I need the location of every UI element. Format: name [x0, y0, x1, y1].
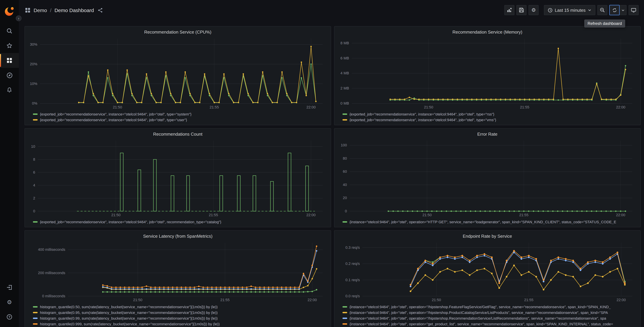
- legend-item[interactable]: histogram_quantile(0.95, sum(rate(latenc…: [33, 310, 326, 315]
- panel-title[interactable]: Error Rate: [338, 130, 637, 138]
- sidebar-menu: [0, 24, 19, 97]
- svg-text:0: 0: [33, 209, 35, 213]
- legend-item[interactable]: {exported_job="recommendationservice", i…: [33, 117, 326, 122]
- service-latency-chart[interactable]: 21:5021:5522:000 milliseconds200 millise…: [28, 240, 327, 303]
- legend-item[interactable]: {instance="otelcol:9464", job="otel", op…: [342, 304, 636, 310]
- svg-text:21:50: 21:50: [424, 105, 433, 109]
- series-swatch: [33, 119, 38, 120]
- svg-text:21:50: 21:50: [111, 213, 120, 217]
- endpoint-rate-chart[interactable]: 21:5021:5522:000.0 req/s0.1 req/s0.2 req…: [338, 240, 637, 303]
- svg-text:21:55: 21:55: [209, 213, 218, 217]
- chevron-right-icon: ›: [18, 16, 19, 20]
- refresh-interval-dropdown[interactable]: [619, 5, 626, 15]
- svg-text:0 MB: 0 MB: [340, 101, 349, 106]
- legend-item[interactable]: {instance="otelcol:9464", job="otel", op…: [342, 315, 636, 321]
- legend-item[interactable]: {exported_job="recommendationservice", i…: [342, 111, 636, 117]
- series-label: {instance="otelcol:9464", job="otel", op…: [350, 220, 616, 224]
- panel-title[interactable]: Endpoint Rate by Service: [338, 232, 637, 240]
- refresh-dashboard-button[interactable]: [610, 5, 620, 15]
- svg-text:20%: 20%: [30, 62, 37, 66]
- legend: {exported_job="recommendationservice", i…: [28, 218, 327, 225]
- svg-text:2: 2: [33, 196, 35, 200]
- svg-text:60: 60: [343, 170, 347, 174]
- svg-text:21:50: 21:50: [422, 213, 432, 217]
- series-swatch: [33, 221, 38, 222]
- time-range-label: Last 15 minutes: [555, 8, 586, 12]
- refresh-tooltip: Refresh dashboard: [584, 20, 625, 28]
- cpu-chart[interactable]: 21:5021:5522:000%10%20%30%: [28, 36, 327, 110]
- svg-text:21:50: 21:50: [133, 298, 142, 302]
- svg-text:0.0 req/s: 0.0 req/s: [346, 294, 360, 298]
- series-swatch: [342, 306, 347, 307]
- legend-item[interactable]: {exported_job="recommendationservice", i…: [33, 219, 326, 224]
- legend-item[interactable]: histogram_quantile(0.999, sum(rate(laten…: [33, 321, 326, 327]
- series-swatch: [33, 312, 38, 313]
- panel-title[interactable]: Recommendation Service (Memory): [338, 28, 637, 36]
- svg-text:22:00: 22:00: [306, 213, 316, 217]
- panel-memory: Recommendation Service (Memory) 21:5021:…: [334, 26, 641, 125]
- memory-chart[interactable]: 21:5021:5522:000 MB2 MB4 MB6 MB8 MB: [338, 36, 637, 110]
- svg-text:30%: 30%: [30, 42, 37, 46]
- svg-text:21:50: 21:50: [432, 298, 441, 302]
- series-label: histogram_quantile(0.999, sum(rate(laten…: [40, 322, 220, 326]
- svg-text:100: 100: [341, 143, 347, 147]
- sidebar-item-help[interactable]: ?: [0, 310, 19, 324]
- sidebar-item-signin[interactable]: [0, 280, 19, 295]
- legend-item[interactable]: {instance="otelcol:9464", job="otel", op…: [342, 321, 636, 327]
- panel-cpu: Recommendation Service (CPU%) 21:5021:55…: [24, 26, 331, 125]
- legend-item[interactable]: {exported_job="recommendationservice", i…: [342, 117, 636, 122]
- svg-text:?: ?: [8, 315, 10, 319]
- svg-text:0.3 req/s: 0.3 req/s: [346, 246, 360, 250]
- series-label: {instance="otelcol:9464", job="otel", op…: [350, 316, 606, 320]
- grafana-app: ⚙ ? › Demo / Demo Dashboard: [0, 0, 644, 327]
- breadcrumb-dashboard-title[interactable]: Demo Dashboard: [54, 7, 94, 13]
- series-label: histogram_quantile(0.50, sum(rate(latenc…: [40, 305, 218, 309]
- legend-item[interactable]: {instance="otelcol:9464", job="otel", op…: [342, 310, 636, 315]
- sidebar-item-dashboards[interactable]: [0, 53, 19, 68]
- series-swatch: [342, 323, 347, 324]
- recommendations-count-chart[interactable]: 21:5021:5522:000246810: [28, 138, 327, 218]
- share-dashboard-button[interactable]: [98, 8, 103, 12]
- legend-item[interactable]: {exported_job="recommendationservice", i…: [33, 111, 326, 117]
- panel-title[interactable]: Recommendation Service (CPU%): [28, 28, 327, 36]
- add-panel-icon: [507, 8, 512, 13]
- error-rate-chart[interactable]: 21:5021:5522:00020406080100: [338, 138, 637, 218]
- legend: {exported_job="recommendationservice", i…: [28, 110, 327, 123]
- panel-title[interactable]: Service Latency (from SpanMetrics): [28, 232, 327, 240]
- panel-service-latency: Service Latency (from SpanMetrics) 21:50…: [24, 230, 331, 327]
- legend-item[interactable]: {instance="otelcol:9464", job="otel", op…: [342, 219, 636, 224]
- panel-endpoint-rate: Endpoint Rate by Service 21:5021:5522:00…: [334, 230, 641, 327]
- sidebar: ⚙ ?: [0, 0, 19, 327]
- zoom-out-time-button[interactable]: [597, 5, 608, 15]
- breadcrumb-folder[interactable]: Demo: [34, 7, 47, 13]
- svg-text:200 milliseconds: 200 milliseconds: [38, 271, 65, 275]
- help-icon: ?: [6, 314, 12, 320]
- svg-text:22:00: 22:00: [616, 105, 625, 109]
- sidebar-item-search[interactable]: [0, 24, 19, 38]
- grafana-logo[interactable]: [0, 3, 19, 19]
- series-swatch: [342, 318, 347, 319]
- panel-title[interactable]: Recommendations Count: [28, 130, 327, 138]
- dashboards-icon: [6, 58, 12, 64]
- svg-text:4 MB: 4 MB: [340, 71, 349, 75]
- svg-text:21:50: 21:50: [113, 105, 122, 109]
- dashboard-settings-button[interactable]: ⚙: [528, 5, 538, 15]
- legend: {exported_job="recommendationservice", i…: [338, 110, 637, 123]
- gear-icon: ⚙: [531, 8, 536, 12]
- cycle-view-mode-button[interactable]: [628, 5, 639, 15]
- svg-text:8 MB: 8 MB: [340, 41, 349, 45]
- series-swatch: [33, 113, 38, 115]
- svg-text:22:00: 22:00: [306, 105, 316, 109]
- sidebar-item-explore[interactable]: [0, 68, 19, 82]
- legend-item[interactable]: histogram_quantile(0.99, sum(rate(latenc…: [33, 315, 326, 321]
- sidebar-item-settings[interactable]: ⚙: [0, 295, 19, 310]
- legend-item[interactable]: histogram_quantile(0.50, sum(rate(latenc…: [33, 304, 326, 310]
- save-dashboard-button[interactable]: [516, 5, 526, 15]
- sidebar-item-alerting[interactable]: [0, 82, 19, 97]
- apps-grid-icon: [25, 7, 30, 13]
- sidebar-item-starred[interactable]: [0, 38, 19, 53]
- time-range-picker[interactable]: Last 15 minutes: [544, 5, 595, 15]
- sidebar-expand-button[interactable]: ›: [16, 16, 22, 21]
- add-panel-button[interactable]: [504, 5, 514, 15]
- svg-text:20: 20: [343, 196, 347, 200]
